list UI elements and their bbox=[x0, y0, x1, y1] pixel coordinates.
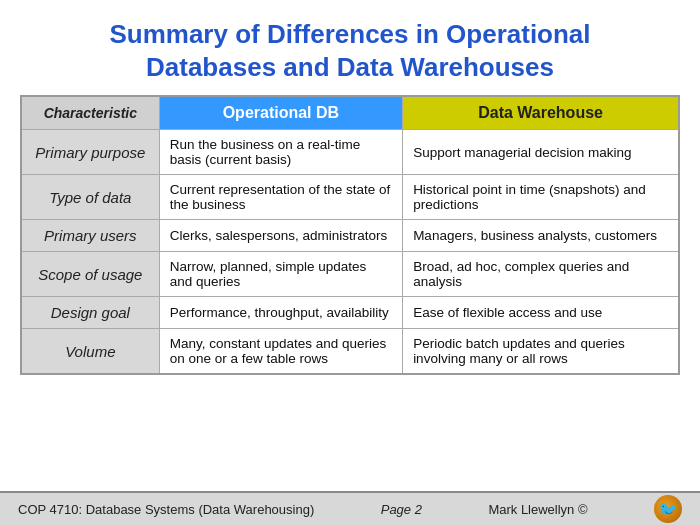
row-label: Design goal bbox=[21, 297, 159, 329]
header-characteristic: Characteristic bbox=[21, 96, 159, 130]
row-data-warehouse: Broad, ad hoc, complex queries and analy… bbox=[403, 252, 679, 297]
row-operational-db: Performance, throughput, availability bbox=[159, 297, 402, 329]
title-line1: Summary of Differences in Operational bbox=[109, 19, 590, 49]
table-row: VolumeMany, constant updates and queries… bbox=[21, 329, 679, 375]
row-operational-db: Clerks, salespersons, administrators bbox=[159, 220, 402, 252]
row-label: Primary users bbox=[21, 220, 159, 252]
footer-left: COP 4710: Database Systems (Data Warehou… bbox=[18, 502, 314, 517]
row-label: Volume bbox=[21, 329, 159, 375]
row-operational-db: Run the business on a real-time basis (c… bbox=[159, 130, 402, 175]
page: Summary of Differences in Operational Da… bbox=[0, 0, 700, 525]
table-row: Primary purposeRun the business on a rea… bbox=[21, 130, 679, 175]
title-area: Summary of Differences in Operational Da… bbox=[0, 0, 700, 95]
table-row: Type of dataCurrent representation of th… bbox=[21, 175, 679, 220]
page-title: Summary of Differences in Operational Da… bbox=[30, 18, 670, 83]
row-data-warehouse: Managers, business analysts, customers bbox=[403, 220, 679, 252]
table-row: Primary usersClerks, salespersons, admin… bbox=[21, 220, 679, 252]
footer-logo: 🐦 bbox=[654, 495, 682, 523]
row-data-warehouse: Support managerial decision making bbox=[403, 130, 679, 175]
row-operational-db: Current representation of the state of t… bbox=[159, 175, 402, 220]
table-container: Characteristic Operational DB Data Wareh… bbox=[0, 95, 700, 491]
row-label: Scope of usage bbox=[21, 252, 159, 297]
title-line2: Databases and Data Warehouses bbox=[146, 52, 554, 82]
footer-center: Page 2 bbox=[381, 502, 422, 517]
header-data-warehouse: Data Warehouse bbox=[403, 96, 679, 130]
row-operational-db: Narrow, planned, simple updates and quer… bbox=[159, 252, 402, 297]
row-label: Type of data bbox=[21, 175, 159, 220]
row-data-warehouse: Periodic batch updates and queries invol… bbox=[403, 329, 679, 375]
row-operational-db: Many, constant updates and queries on on… bbox=[159, 329, 402, 375]
row-data-warehouse: Ease of flexible access and use bbox=[403, 297, 679, 329]
row-label: Primary purpose bbox=[21, 130, 159, 175]
table-row: Scope of usageNarrow, planned, simple up… bbox=[21, 252, 679, 297]
comparison-table: Characteristic Operational DB Data Wareh… bbox=[20, 95, 680, 375]
table-row: Design goalPerformance, throughput, avai… bbox=[21, 297, 679, 329]
footer-right: Mark Llewellyn © bbox=[488, 502, 587, 517]
header-operational-db: Operational DB bbox=[159, 96, 402, 130]
row-data-warehouse: Historical point in time (snapshots) and… bbox=[403, 175, 679, 220]
footer: COP 4710: Database Systems (Data Warehou… bbox=[0, 491, 700, 525]
